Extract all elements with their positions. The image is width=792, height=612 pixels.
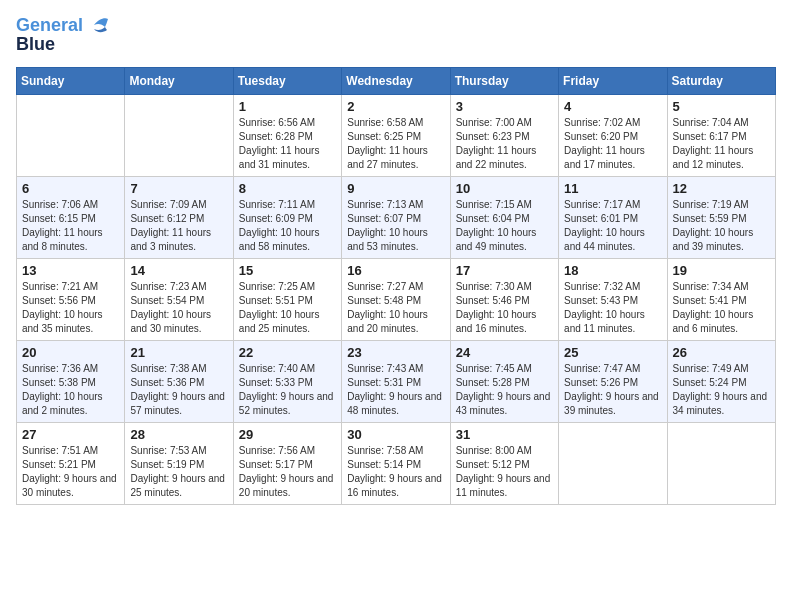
calendar-cell: 17Sunrise: 7:30 AMSunset: 5:46 PMDayligh… <box>450 258 558 340</box>
day-number: 16 <box>347 263 444 278</box>
day-info: Sunrise: 7:58 AMSunset: 5:14 PMDaylight:… <box>347 444 444 500</box>
day-info: Sunrise: 7:36 AMSunset: 5:38 PMDaylight:… <box>22 362 119 418</box>
day-of-week-header: Wednesday <box>342 67 450 94</box>
calendar-cell: 10Sunrise: 7:15 AMSunset: 6:04 PMDayligh… <box>450 176 558 258</box>
day-info: Sunrise: 8:00 AMSunset: 5:12 PMDaylight:… <box>456 444 553 500</box>
calendar-cell: 28Sunrise: 7:53 AMSunset: 5:19 PMDayligh… <box>125 422 233 504</box>
calendar-cell: 16Sunrise: 7:27 AMSunset: 5:48 PMDayligh… <box>342 258 450 340</box>
day-number: 14 <box>130 263 227 278</box>
calendar-week-row: 13Sunrise: 7:21 AMSunset: 5:56 PMDayligh… <box>17 258 776 340</box>
day-number: 24 <box>456 345 553 360</box>
day-info: Sunrise: 7:19 AMSunset: 5:59 PMDaylight:… <box>673 198 770 254</box>
day-number: 18 <box>564 263 661 278</box>
day-info: Sunrise: 7:27 AMSunset: 5:48 PMDaylight:… <box>347 280 444 336</box>
day-number: 31 <box>456 427 553 442</box>
calendar-cell: 8Sunrise: 7:11 AMSunset: 6:09 PMDaylight… <box>233 176 341 258</box>
day-info: Sunrise: 7:34 AMSunset: 5:41 PMDaylight:… <box>673 280 770 336</box>
day-info: Sunrise: 7:02 AMSunset: 6:20 PMDaylight:… <box>564 116 661 172</box>
days-header-row: SundayMondayTuesdayWednesdayThursdayFrid… <box>17 67 776 94</box>
calendar-cell: 26Sunrise: 7:49 AMSunset: 5:24 PMDayligh… <box>667 340 775 422</box>
day-number: 13 <box>22 263 119 278</box>
calendar-cell: 7Sunrise: 7:09 AMSunset: 6:12 PMDaylight… <box>125 176 233 258</box>
day-number: 7 <box>130 181 227 196</box>
day-info: Sunrise: 7:38 AMSunset: 5:36 PMDaylight:… <box>130 362 227 418</box>
calendar-cell: 19Sunrise: 7:34 AMSunset: 5:41 PMDayligh… <box>667 258 775 340</box>
calendar-cell: 25Sunrise: 7:47 AMSunset: 5:26 PMDayligh… <box>559 340 667 422</box>
calendar-week-row: 27Sunrise: 7:51 AMSunset: 5:21 PMDayligh… <box>17 422 776 504</box>
calendar-week-row: 6Sunrise: 7:06 AMSunset: 6:15 PMDaylight… <box>17 176 776 258</box>
day-number: 12 <box>673 181 770 196</box>
calendar-cell: 23Sunrise: 7:43 AMSunset: 5:31 PMDayligh… <box>342 340 450 422</box>
day-of-week-header: Friday <box>559 67 667 94</box>
calendar-cell: 18Sunrise: 7:32 AMSunset: 5:43 PMDayligh… <box>559 258 667 340</box>
day-number: 21 <box>130 345 227 360</box>
day-of-week-header: Tuesday <box>233 67 341 94</box>
calendar-cell: 11Sunrise: 7:17 AMSunset: 6:01 PMDayligh… <box>559 176 667 258</box>
day-info: Sunrise: 7:56 AMSunset: 5:17 PMDaylight:… <box>239 444 336 500</box>
day-of-week-header: Sunday <box>17 67 125 94</box>
logo-bird-icon <box>90 17 112 35</box>
day-info: Sunrise: 7:45 AMSunset: 5:28 PMDaylight:… <box>456 362 553 418</box>
day-number: 2 <box>347 99 444 114</box>
day-number: 20 <box>22 345 119 360</box>
day-info: Sunrise: 7:06 AMSunset: 6:15 PMDaylight:… <box>22 198 119 254</box>
calendar-cell: 27Sunrise: 7:51 AMSunset: 5:21 PMDayligh… <box>17 422 125 504</box>
day-number: 26 <box>673 345 770 360</box>
day-info: Sunrise: 7:49 AMSunset: 5:24 PMDaylight:… <box>673 362 770 418</box>
calendar-cell: 1Sunrise: 6:56 AMSunset: 6:28 PMDaylight… <box>233 94 341 176</box>
day-number: 5 <box>673 99 770 114</box>
day-info: Sunrise: 7:23 AMSunset: 5:54 PMDaylight:… <box>130 280 227 336</box>
calendar-cell: 30Sunrise: 7:58 AMSunset: 5:14 PMDayligh… <box>342 422 450 504</box>
day-number: 17 <box>456 263 553 278</box>
day-info: Sunrise: 6:58 AMSunset: 6:25 PMDaylight:… <box>347 116 444 172</box>
day-number: 1 <box>239 99 336 114</box>
logo: General Blue <box>16 16 112 55</box>
day-info: Sunrise: 7:47 AMSunset: 5:26 PMDaylight:… <box>564 362 661 418</box>
day-info: Sunrise: 7:43 AMSunset: 5:31 PMDaylight:… <box>347 362 444 418</box>
day-number: 29 <box>239 427 336 442</box>
day-info: Sunrise: 7:09 AMSunset: 6:12 PMDaylight:… <box>130 198 227 254</box>
calendar-cell: 5Sunrise: 7:04 AMSunset: 6:17 PMDaylight… <box>667 94 775 176</box>
calendar-cell: 12Sunrise: 7:19 AMSunset: 5:59 PMDayligh… <box>667 176 775 258</box>
page-header: General Blue <box>16 16 776 55</box>
calendar-table: SundayMondayTuesdayWednesdayThursdayFrid… <box>16 67 776 505</box>
calendar-cell: 22Sunrise: 7:40 AMSunset: 5:33 PMDayligh… <box>233 340 341 422</box>
day-info: Sunrise: 7:40 AMSunset: 5:33 PMDaylight:… <box>239 362 336 418</box>
day-number: 19 <box>673 263 770 278</box>
calendar-cell <box>559 422 667 504</box>
day-info: Sunrise: 7:32 AMSunset: 5:43 PMDaylight:… <box>564 280 661 336</box>
day-info: Sunrise: 7:00 AMSunset: 6:23 PMDaylight:… <box>456 116 553 172</box>
calendar-cell: 29Sunrise: 7:56 AMSunset: 5:17 PMDayligh… <box>233 422 341 504</box>
day-info: Sunrise: 7:30 AMSunset: 5:46 PMDaylight:… <box>456 280 553 336</box>
day-info: Sunrise: 7:17 AMSunset: 6:01 PMDaylight:… <box>564 198 661 254</box>
calendar-cell: 20Sunrise: 7:36 AMSunset: 5:38 PMDayligh… <box>17 340 125 422</box>
calendar-cell <box>17 94 125 176</box>
day-info: Sunrise: 7:13 AMSunset: 6:07 PMDaylight:… <box>347 198 444 254</box>
day-number: 4 <box>564 99 661 114</box>
day-number: 27 <box>22 427 119 442</box>
calendar-week-row: 1Sunrise: 6:56 AMSunset: 6:28 PMDaylight… <box>17 94 776 176</box>
day-info: Sunrise: 7:25 AMSunset: 5:51 PMDaylight:… <box>239 280 336 336</box>
day-number: 15 <box>239 263 336 278</box>
calendar-cell: 31Sunrise: 8:00 AMSunset: 5:12 PMDayligh… <box>450 422 558 504</box>
calendar-cell: 14Sunrise: 7:23 AMSunset: 5:54 PMDayligh… <box>125 258 233 340</box>
day-number: 25 <box>564 345 661 360</box>
day-info: Sunrise: 6:56 AMSunset: 6:28 PMDaylight:… <box>239 116 336 172</box>
day-number: 3 <box>456 99 553 114</box>
day-number: 22 <box>239 345 336 360</box>
day-info: Sunrise: 7:04 AMSunset: 6:17 PMDaylight:… <box>673 116 770 172</box>
day-number: 6 <box>22 181 119 196</box>
calendar-cell <box>667 422 775 504</box>
day-info: Sunrise: 7:11 AMSunset: 6:09 PMDaylight:… <box>239 198 336 254</box>
day-of-week-header: Monday <box>125 67 233 94</box>
calendar-cell: 15Sunrise: 7:25 AMSunset: 5:51 PMDayligh… <box>233 258 341 340</box>
day-info: Sunrise: 7:51 AMSunset: 5:21 PMDaylight:… <box>22 444 119 500</box>
calendar-cell <box>125 94 233 176</box>
calendar-cell: 24Sunrise: 7:45 AMSunset: 5:28 PMDayligh… <box>450 340 558 422</box>
day-number: 23 <box>347 345 444 360</box>
calendar-cell: 3Sunrise: 7:00 AMSunset: 6:23 PMDaylight… <box>450 94 558 176</box>
day-info: Sunrise: 7:15 AMSunset: 6:04 PMDaylight:… <box>456 198 553 254</box>
day-number: 28 <box>130 427 227 442</box>
day-number: 11 <box>564 181 661 196</box>
calendar-cell: 6Sunrise: 7:06 AMSunset: 6:15 PMDaylight… <box>17 176 125 258</box>
